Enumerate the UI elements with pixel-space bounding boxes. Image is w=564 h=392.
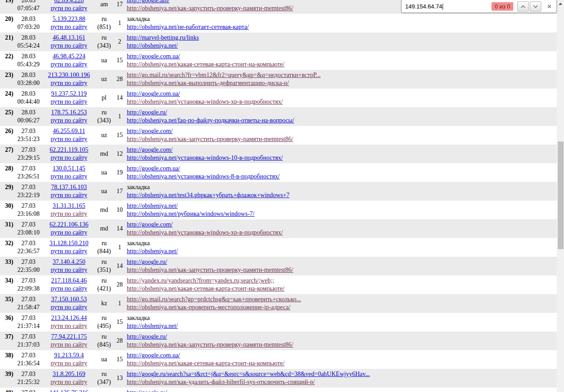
referrer-link[interactable]: http://google.com.ua/ xyxy=(127,53,180,60)
ip-link[interactable]: 37.150.160.53 xyxy=(51,296,87,303)
referrer-link[interactable]: http://google.com.ua/ xyxy=(127,90,180,97)
visit-date: 27.03 xyxy=(21,389,36,392)
site-paths-link[interactable]: пути по сайту xyxy=(51,267,88,273)
row-number: 37) xyxy=(5,333,13,341)
landing-page-link[interactable]: http://obsheniya.net/какая-сетевая-карта… xyxy=(127,360,285,367)
ip-link[interactable]: 62.221.106.136 xyxy=(49,221,89,228)
landing-page-link[interactable]: http://obsheniya.net/какая-сетевая-карта… xyxy=(127,61,285,68)
referrer-link[interactable]: http://google.am/ xyxy=(127,0,169,4)
find-next-button[interactable] xyxy=(530,1,541,12)
landing-page-link[interactable]: http://obsheniya.net/faq-по-файлу-подкач… xyxy=(127,117,294,124)
ip-link[interactable]: 31.31.31.165 xyxy=(52,202,85,209)
landing-page-link[interactable]: http://obsheniya.net/установка-windows-1… xyxy=(127,154,283,161)
referrer-link[interactable]: http://google.ru/ xyxy=(127,389,167,392)
site-paths-link[interactable]: пути по сайту xyxy=(51,80,88,86)
site-paths-link[interactable]: пути по сайту xyxy=(51,24,88,30)
referrer-link[interactable]: http://google.com.ua/ xyxy=(127,165,180,172)
ip-link[interactable]: 217.118.64.46 xyxy=(51,277,87,284)
referrer-link[interactable]: http://marvel-betting.ru/links xyxy=(127,34,199,41)
site-paths-link[interactable]: пути по сайту xyxy=(51,360,88,367)
landing-page-link[interactable]: http://obsheniya.net/test34.phpкак+убрат… xyxy=(127,192,290,198)
site-paths-link[interactable]: пути по сайту xyxy=(51,323,88,329)
ip-link[interactable]: 62.89.4.228 xyxy=(54,0,84,4)
referrer-link[interactable]: http://google.ru/ xyxy=(127,109,167,116)
referrer-link[interactable]: http://obsheniya.net/ xyxy=(127,202,178,209)
landing-page-link[interactable]: http://obsheniya.net/как-запустить-прове… xyxy=(127,267,293,273)
site-paths-link[interactable]: пути по сайту xyxy=(51,98,88,105)
landing-page-link[interactable]: http://obsheniya.net/установка-windows-8… xyxy=(127,173,280,180)
landing-page-link[interactable]: http://obsheniya.net/рубрика/windows/win… xyxy=(127,210,254,217)
referrer-link[interactable]: http://google.com.ua/ xyxy=(127,352,180,359)
ip-link[interactable]: 62.221.119.105 xyxy=(50,146,89,153)
urls-cell: http://go.mail.ru/search?fr=vbm12&fr2=qu… xyxy=(126,70,557,89)
scrollbar-thumb[interactable] xyxy=(558,141,564,249)
site-paths-link[interactable]: пути по сайту xyxy=(51,248,88,255)
landing-page-link[interactable]: http://obsheniya.net/как-выполнить-дефра… xyxy=(127,80,289,86)
site-paths-link[interactable]: пути по сайту xyxy=(51,285,88,292)
ip-link[interactable]: 141.136.76.216 xyxy=(49,389,89,392)
ip-link[interactable]: 31.128.150.210 xyxy=(49,240,89,247)
landing-page-link[interactable]: http://obsheniya.net/ xyxy=(127,42,178,49)
vertical-scrollbar[interactable] xyxy=(557,0,564,392)
ip-link[interactable]: 213.24.126.44 xyxy=(51,315,87,321)
landing-page-link[interactable]: http://obsheniya.net/не-работает-сетевая… xyxy=(127,24,249,30)
site-paths-link[interactable]: пути по сайту xyxy=(51,304,88,311)
find-close-button[interactable]: × xyxy=(544,1,555,12)
pageviews-count: 17 xyxy=(117,0,123,8)
landing-page-link[interactable]: http://obsheniya.net/ xyxy=(127,248,178,255)
visit-time: 21:36:54 xyxy=(17,360,40,368)
site-paths-link[interactable]: пути по сайту xyxy=(51,5,88,12)
ip-link[interactable]: 37.140.4.250 xyxy=(52,259,85,265)
landing-page-link[interactable]: http://obsheniya.net/как-запустить-прове… xyxy=(127,5,293,12)
site-paths-link[interactable]: пути по сайту xyxy=(51,154,88,161)
country-code: ru xyxy=(101,15,107,23)
pageviews-count: 28 xyxy=(117,337,123,345)
ip-link[interactable]: 91.213.59.4 xyxy=(54,352,84,359)
site-paths-link[interactable]: пути по сайту xyxy=(51,42,88,49)
ip-link[interactable]: 178.75.16.253 xyxy=(51,109,87,116)
landing-page-link[interactable]: http://obsheniya.net/установка-windows-x… xyxy=(127,98,283,105)
ip-link[interactable]: 5.139.223.88 xyxy=(52,16,85,22)
referrer-link[interactable]: http://go.mail.ru/search?fr=vbm12&fr2=qu… xyxy=(127,72,321,78)
referrer-link[interactable]: http://google.com/ xyxy=(127,146,173,153)
row-number: 26) xyxy=(5,127,13,135)
site-paths-link[interactable]: пути по сайту xyxy=(51,117,88,124)
referrer-link[interactable]: http://google.ru/ xyxy=(127,259,167,265)
ip-link[interactable]: 130.0.51.145 xyxy=(52,165,85,172)
site-paths-link[interactable]: пути по сайту xyxy=(51,61,88,68)
site-paths-link[interactable]: пути по сайту xyxy=(51,192,88,198)
ip-link[interactable]: 213.230.100.196 xyxy=(48,72,90,78)
country-cell: kz xyxy=(95,294,113,313)
ip-link[interactable]: 78.137.16.103 xyxy=(51,184,87,190)
referrer-link[interactable]: http://go.mail.ru/search?gp=prdctchsg&q=… xyxy=(127,296,301,303)
ip-link[interactable]: 91.237.52.119 xyxy=(51,90,87,97)
landing-page-link[interactable]: http://obsheniya.net/как-удалить-файл-hi… xyxy=(127,379,315,385)
landing-page-link[interactable]: http://obsheniya.net/как-запустить-прове… xyxy=(127,136,293,142)
referrer-link[interactable]: http://google.ru/ xyxy=(127,333,167,340)
landing-page-link[interactable]: http://obsheniya.net/установка-windows-x… xyxy=(127,229,283,236)
site-paths-link[interactable]: пути по сайту xyxy=(51,210,88,217)
referrer-link[interactable]: http://yandex.ru/yandsearch?from=yandex.… xyxy=(127,277,274,284)
ip-link[interactable]: 46.48.13.161 xyxy=(52,34,85,41)
landing-page-link[interactable]: http://obsheniya.net/как-запустить-прове… xyxy=(127,341,293,348)
ip-link[interactable]: 46.98.45.224 xyxy=(52,53,85,60)
landing-page-link[interactable]: http://obsheniya.net/ xyxy=(127,323,178,329)
ip-link[interactable]: 77.94.221.175 xyxy=(51,333,87,340)
find-input[interactable]: 149.154.64.74 xyxy=(405,0,491,12)
scrollbar-up-button[interactable] xyxy=(557,0,564,7)
referrer-link[interactable]: http://google.ru/search?sa=t&rct=j&q=&es… xyxy=(127,371,370,377)
ip-link[interactable]: 31.8.205.169 xyxy=(52,371,85,377)
landing-page-link[interactable]: http://obsheniya.net/как-проверить-место… xyxy=(127,304,290,311)
find-previous-button[interactable] xyxy=(517,1,529,12)
site-paths-link[interactable]: пути по сайту xyxy=(51,229,88,236)
landing-page-link[interactable]: http://obsheniya.net/какая-сетевая-карта… xyxy=(127,285,285,292)
site-paths-link[interactable]: пути по сайту xyxy=(51,379,88,385)
visit-date: 28.03 xyxy=(21,109,36,117)
ip-link[interactable]: 46.255.69.11 xyxy=(53,128,85,134)
table-row: 34)27.0322:09:38217.118.64.46пути по сай… xyxy=(0,275,557,294)
site-paths-link[interactable]: пути по сайту xyxy=(51,341,88,348)
site-paths-link[interactable]: пути по сайту xyxy=(51,173,88,180)
referrer-link[interactable]: http://google.com/ xyxy=(127,221,173,228)
referrer-link[interactable]: http://google.com/ xyxy=(127,128,173,134)
site-paths-link[interactable]: пути по сайту xyxy=(51,136,88,142)
